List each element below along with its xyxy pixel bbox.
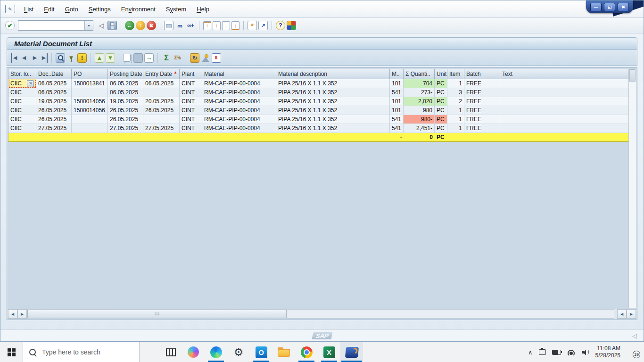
cell-batch[interactable]: FREE bbox=[464, 79, 500, 88]
nav-first-button[interactable]: ◀ bbox=[11, 53, 18, 63]
cell-item[interactable]: 1 bbox=[447, 79, 464, 88]
taskbar-chrome[interactable] bbox=[295, 342, 318, 362]
find-button[interactable]: ∞ bbox=[175, 21, 184, 30]
column-header-plant[interactable]: Plant bbox=[180, 69, 202, 79]
cell-desc[interactable]: PIPA 25/16 X 1.1 X 352 bbox=[276, 106, 390, 115]
notification-center-button[interactable]: 19 bbox=[628, 347, 639, 357]
cell-text[interactable] bbox=[500, 79, 635, 88]
cell-batch[interactable]: FREE bbox=[464, 115, 500, 124]
cell-po[interactable] bbox=[72, 88, 108, 97]
save-button[interactable] bbox=[107, 21, 117, 30]
scroll-right-button[interactable]: ▶ bbox=[17, 309, 27, 319]
table-row[interactable]: CIIC06.05.202506.05.2025CINTRM-CAE-PIP-0… bbox=[8, 88, 635, 97]
cell-desc[interactable]: PIPA 25/16 X 1.1 X 352 bbox=[276, 97, 390, 106]
system-menu-icon[interactable]: ✎ bbox=[5, 5, 15, 13]
taskbar-outlook[interactable] bbox=[250, 342, 272, 362]
battery-icon[interactable] bbox=[552, 350, 561, 355]
cell-unit[interactable]: PC bbox=[435, 79, 447, 88]
menu-settings[interactable]: Settings bbox=[83, 4, 116, 14]
nav-prev-button[interactable]: ◀ bbox=[19, 53, 29, 63]
filter-button[interactable]: ▼ bbox=[66, 53, 76, 63]
cell-drilldown-button[interactable]: ◳ bbox=[27, 80, 34, 87]
cell-batch[interactable]: FREE bbox=[464, 106, 500, 115]
taskbar-file-explorer[interactable] bbox=[272, 342, 295, 362]
cell-batch[interactable]: FREE bbox=[464, 97, 500, 106]
scroll-left-button-2[interactable]: ◀ bbox=[617, 309, 627, 319]
cell-material[interactable]: RM-CAE-PIP-00-0004 bbox=[202, 79, 276, 88]
cell-material[interactable]: RM-CAE-PIP-00-0004 bbox=[202, 88, 276, 97]
cell-batch[interactable]: FREE bbox=[464, 124, 500, 133]
cell-desc[interactable]: PIPA 25/16 X 1.1 X 352 bbox=[276, 88, 390, 97]
cell-posting[interactable]: 26.05.2025 bbox=[108, 106, 143, 115]
column-header-posting[interactable]: Posting Date bbox=[108, 69, 143, 79]
cell-stor[interactable]: CIIC bbox=[8, 124, 36, 133]
tray-chevron-up-icon[interactable]: ∧ bbox=[528, 349, 533, 356]
column-header-stor[interactable]: Stor. lo.. bbox=[8, 69, 36, 79]
taskbar-clock[interactable]: 11:08 AM 5/28/2025 bbox=[595, 345, 620, 359]
column-header-qty[interactable]: Σ Quanti.. bbox=[404, 69, 435, 79]
cell-qty[interactable]: 980 bbox=[404, 106, 435, 115]
column-header-entry[interactable]: Entry Date▲ bbox=[143, 69, 180, 79]
start-button[interactable] bbox=[0, 342, 23, 362]
taskbar-edge[interactable] bbox=[205, 342, 227, 362]
cell-plant[interactable]: CINT bbox=[180, 106, 202, 115]
cell-stor[interactable]: CIIC bbox=[8, 106, 36, 115]
taskbar-excel[interactable] bbox=[318, 342, 340, 362]
cancel-button[interactable]: ✖ bbox=[147, 21, 156, 30]
column-header-docdate[interactable]: Doc..Date bbox=[36, 69, 72, 79]
enter-button[interactable]: ✔ bbox=[5, 21, 15, 30]
copy-button[interactable] bbox=[123, 54, 131, 62]
cell-material[interactable]: RM-CAE-PIP-00-0004 bbox=[202, 97, 276, 106]
cell-stor[interactable]: CIIC bbox=[8, 115, 36, 124]
cell-stor[interactable]: CIIC bbox=[8, 97, 36, 106]
nav-last-button[interactable]: ▶ bbox=[41, 53, 48, 63]
detail-button[interactable] bbox=[56, 53, 65, 63]
menu-system[interactable]: System bbox=[161, 4, 191, 14]
cell-po[interactable] bbox=[72, 124, 108, 133]
cell-unit[interactable]: PC bbox=[435, 124, 447, 133]
column-header-unit[interactable]: Unit bbox=[435, 69, 447, 79]
user-button[interactable] bbox=[201, 53, 210, 63]
cell-unit[interactable]: PC bbox=[435, 88, 447, 97]
cell-item[interactable]: 1 bbox=[447, 115, 464, 124]
status-collapse-icon[interactable]: ◁ bbox=[632, 332, 637, 339]
cell-desc[interactable]: PIPA 25/16 X 1.1 X 352 bbox=[276, 79, 390, 88]
cell-qty[interactable]: 2,020 bbox=[404, 97, 435, 106]
column-header-desc[interactable]: Material description bbox=[276, 69, 390, 79]
cell-item[interactable]: 3 bbox=[447, 88, 464, 97]
taskbar-search[interactable] bbox=[23, 342, 140, 362]
menu-environment[interactable]: Environment bbox=[116, 4, 161, 14]
collapse-button[interactable]: ◁ bbox=[97, 21, 106, 30]
restore-button[interactable]: ◱ bbox=[604, 3, 615, 11]
cell-posting[interactable]: 19.05.2025 bbox=[108, 97, 143, 106]
column-header-text[interactable]: Text bbox=[500, 69, 635, 79]
back-button[interactable]: ← bbox=[125, 21, 134, 30]
cell-mvt[interactable]: 101 bbox=[390, 97, 404, 106]
menu-list[interactable]: List bbox=[19, 4, 39, 14]
menu-goto[interactable]: Goto bbox=[60, 4, 83, 14]
cell-unit[interactable]: PC bbox=[435, 106, 447, 115]
close-button[interactable]: ✖ bbox=[618, 3, 629, 11]
horizontal-scrollbar-track[interactable] bbox=[27, 309, 614, 319]
cell-entry[interactable]: 26.05.2025 bbox=[143, 106, 180, 115]
cell-text[interactable] bbox=[500, 115, 635, 124]
sort-asc-button[interactable]: ▲ bbox=[95, 53, 104, 63]
cell-po[interactable]: 1500014056 bbox=[72, 97, 108, 106]
table-row[interactable]: CIIC26.05.2025150001405626.05.202526.05.… bbox=[8, 106, 635, 115]
cell-text[interactable] bbox=[500, 124, 635, 133]
table-row[interactable]: CIIC26.05.202526.05.2025CINTRM-CAE-PIP-0… bbox=[8, 115, 635, 124]
taskbar-copilot[interactable] bbox=[182, 342, 205, 362]
table-row[interactable]: CIIC◳06.05.2025150001384106.05.202506.05… bbox=[8, 79, 635, 88]
cell-mvt[interactable]: 541 bbox=[390, 88, 404, 97]
cell-posting[interactable]: 27.05.2025 bbox=[108, 124, 143, 133]
variant-button[interactable]: ↻ bbox=[190, 53, 199, 63]
cell-qty[interactable]: 2,451- bbox=[404, 124, 435, 133]
taskbar-sap-logon[interactable] bbox=[340, 342, 363, 362]
cell-item[interactable]: 2 bbox=[447, 97, 464, 106]
cell-qty[interactable]: 273- bbox=[404, 88, 435, 97]
taskbar-task-view[interactable] bbox=[159, 342, 182, 362]
scroll-left-button[interactable]: ◀ bbox=[8, 309, 17, 319]
cell-text[interactable] bbox=[500, 88, 635, 97]
subtotal-button[interactable]: Σ% bbox=[173, 53, 182, 63]
volume-icon[interactable]: ) bbox=[582, 349, 589, 355]
